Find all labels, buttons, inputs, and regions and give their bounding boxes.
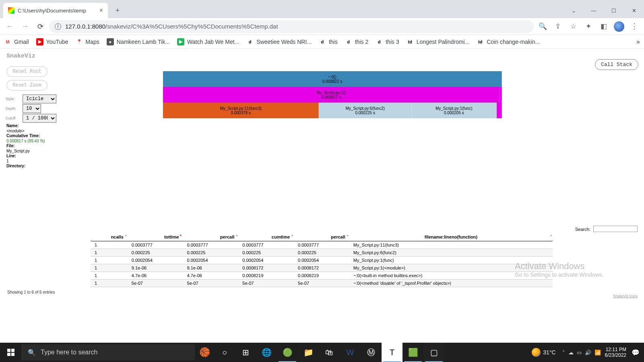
table-search: Search: <box>575 226 638 232</box>
window-maximize-icon[interactable]: ☐ <box>604 3 624 18</box>
table-row[interactable]: 15e-075e-075e-075e-07~:0(<method 'disabl… <box>91 280 553 287</box>
table-row[interactable]: 10.00037770.00037770.00037770.0003777My_… <box>91 241 553 249</box>
ms-store-icon[interactable]: 🛍 <box>319 343 340 362</box>
cutoff-label: Cutoff: <box>6 116 19 120</box>
weather-widget[interactable]: 31°C <box>532 348 555 357</box>
bookmark-favicon: td <box>407 38 414 45</box>
table-header[interactable]: ncalls♦ <box>91 233 128 241</box>
table-row[interactable]: 19.1e-069.1e-060.00081720.0008172My_Scri… <box>91 264 553 272</box>
cortana-icon[interactable]: ○ <box>214 343 235 362</box>
bookmark-item[interactable]: tdLongest Palindromi... <box>407 38 470 45</box>
table-row[interactable]: 14.7e-064.7e-060.00082190.0008219~:0(<bu… <box>91 272 553 280</box>
icicle-cell[interactable]: My_Script.py:1(func)0.000205 s <box>412 103 497 118</box>
icicle-cell[interactable]: ~:0()0.000822 s <box>163 71 502 87</box>
word-icon[interactable]: W <box>340 343 361 362</box>
bookmark-item[interactable]: ▶YouTube <box>36 38 68 45</box>
cutoff-control: Cutoff: 1 / 1000 <box>6 114 56 123</box>
bookmark-item[interactable]: ●Namkeen Lamb Tik... <box>107 38 170 45</box>
windows-taskbar: 🔍 Type here to search 🏀 ○ ⊞ 🌐 🟢 📁 🛍 W Ⓜ … <box>0 343 644 362</box>
edge-icon[interactable]: 🌐 <box>256 343 277 362</box>
tray-icons[interactable]: ˄ ☁ ▭ 🔊 📶 <box>562 350 601 356</box>
task-view-icon[interactable]: ⊞ <box>235 343 256 362</box>
bookmark-item[interactable]: dSweetiee Weds NRI... <box>246 38 312 45</box>
share-icon[interactable]: ⇪ <box>551 20 564 33</box>
table-header[interactable]: tottime▼ <box>128 233 183 241</box>
chrome-menu-icon[interactable]: ⋮ <box>628 20 641 33</box>
table-row[interactable]: 10.0002250.0002250.0002250.000225My_Scri… <box>91 249 553 257</box>
bookmark-favicon: d <box>246 38 254 45</box>
bookmark-favicon: td <box>477 38 484 45</box>
notifications-icon[interactable]: 💬 <box>630 349 641 356</box>
icicle-cell[interactable]: My_Script.py:1()0.000817 s <box>163 87 500 103</box>
app-title: SnakeViz <box>6 53 35 60</box>
search-highlight-icon[interactable]: 🏀 <box>195 344 214 360</box>
tabs-dropdown-icon[interactable]: ⌄ <box>564 3 584 18</box>
nav-reload-icon[interactable]: ⟳ <box>34 20 47 33</box>
window-close-icon[interactable]: ✕ <box>624 3 644 18</box>
file-explorer-icon[interactable]: 📁 <box>298 343 319 362</box>
terminal-icon[interactable]: ▢ <box>423 343 444 362</box>
style-select[interactable]: Icicle <box>23 95 56 103</box>
onedrive-icon[interactable]: ☁ <box>568 350 574 356</box>
bookmarks-overflow-icon[interactable]: » <box>636 38 640 45</box>
nav-back-icon[interactable]: ← <box>3 20 16 33</box>
bookmark-item[interactable]: MGmail <box>4 38 29 45</box>
browser-tab[interactable]: C:\Users\hy\Documents\temp × <box>3 3 108 18</box>
page-content: SnakeViz Reset Root Reset Zoom Call Stac… <box>0 49 644 314</box>
site-info-icon[interactable]: i <box>55 23 61 30</box>
tab-close-icon[interactable]: × <box>99 7 103 14</box>
entries-info: Showing 1 to 6 of 6 entries <box>7 290 55 294</box>
bookmark-item[interactable]: dthis 3 <box>376 38 399 45</box>
start-button[interactable] <box>0 343 22 362</box>
chrome-icon[interactable]: 🟢 <box>277 343 298 362</box>
bookmark-favicon: ● <box>107 38 114 45</box>
window-minimize-icon[interactable]: — <box>584 3 604 18</box>
icicle-chart[interactable]: ~:0()0.000822 sMy_Script.py:1()0.000817 … <box>163 71 502 118</box>
app-icon-1[interactable]: Ⓜ <box>361 343 382 362</box>
bookmark-favicon: d <box>345 38 352 45</box>
cutoff-select[interactable]: 1 / 1000 <box>23 114 56 123</box>
tray-chevron-icon[interactable]: ˄ <box>562 350 565 356</box>
taskbar-clock[interactable]: 12:11 PM 6/23/2022 <box>605 347 626 358</box>
bookmark-star-icon[interactable]: ☆ <box>567 20 580 33</box>
address-bar[interactable]: i 127.0.0.1:8080/snakeviz/C%3A%5CUsers%5… <box>49 20 534 33</box>
table-header[interactable]: cumtime♦ <box>238 233 294 241</box>
style-label: Style: <box>6 97 19 101</box>
side-panel-icon[interactable]: ◧ <box>597 20 610 33</box>
sort-icon: ♦ <box>291 234 293 237</box>
bookmark-item[interactable]: tdCoin change-makin... <box>477 38 540 45</box>
app-icon-2[interactable]: T <box>382 343 402 362</box>
search-placeholder: Type here to search <box>41 349 97 356</box>
reset-root-button[interactable]: Reset Root <box>6 66 47 77</box>
search-input[interactable] <box>593 226 638 232</box>
new-tab-button[interactable]: + <box>112 5 123 16</box>
bookmark-favicon: ▶ <box>36 38 43 45</box>
icicle-cell[interactable]: My_Script.py:6(func2)0.000225 s <box>319 103 412 118</box>
search-icon: 🔍 <box>28 349 36 356</box>
call-stack-button[interactable]: Call Stack <box>595 59 638 70</box>
table-header[interactable]: percall♦ <box>183 233 239 241</box>
docs-link[interactable]: SnakeViz Docs <box>613 294 638 298</box>
table-row[interactable]: 10.00020540.00020540.00020540.0002054My_… <box>91 257 553 264</box>
battery-icon[interactable]: ▭ <box>577 350 582 356</box>
icicle-cell[interactable] <box>500 87 502 103</box>
taskbar-search[interactable]: 🔍 Type here to search <box>22 344 195 360</box>
wifi-icon[interactable]: 📶 <box>594 350 601 356</box>
reset-zoom-button[interactable]: Reset Zoom <box>6 80 47 90</box>
icicle-cell[interactable]: My_Script.py:11(func3)0.000378 s <box>163 103 319 118</box>
bookmark-item[interactable]: dthis <box>319 38 338 45</box>
bookmark-item[interactable]: dthis 2 <box>345 38 368 45</box>
sort-icon: ♦ <box>125 234 127 237</box>
zoom-icon[interactable]: 🔍 <box>536 20 549 33</box>
volume-icon[interactable]: 🔊 <box>585 350 591 356</box>
bookmark-item[interactable]: 📍Maps <box>76 38 99 45</box>
table-header[interactable]: filename:lineno(function)♦ <box>349 233 553 241</box>
app-icon-3[interactable]: 🟩 <box>402 343 423 362</box>
icicle-cell[interactable] <box>497 103 502 118</box>
profile-avatar[interactable] <box>613 20 625 33</box>
table-header[interactable]: percall♦ <box>294 233 349 241</box>
bookmark-item[interactable]: ▶Watch Jab We Met... <box>177 38 239 45</box>
depth-select[interactable]: 10 <box>23 104 41 113</box>
bookmark-favicon: ▶ <box>177 38 184 45</box>
extensions-icon[interactable]: ✦ <box>582 20 595 33</box>
